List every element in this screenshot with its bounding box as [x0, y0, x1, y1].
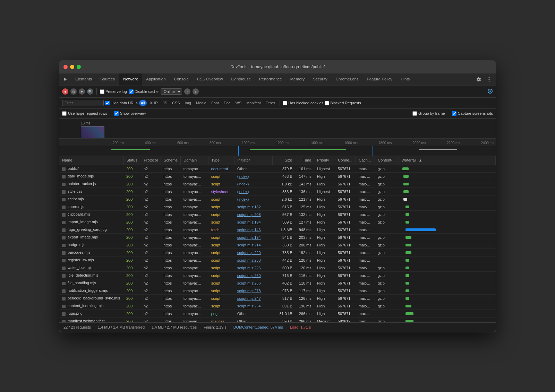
table-row[interactable]: public/ 200 h2 https tomayac... document… [59, 165, 496, 173]
cell-initiator[interactable]: script.mjs:194 [234, 218, 273, 226]
cell-initiator[interactable]: script.mjs:146 [234, 226, 273, 234]
cell-initiator[interactable]: (index) [234, 195, 273, 203]
cell-initiator[interactable]: script.mjs:194 [234, 234, 273, 241]
cursor-icon[interactable] [61, 73, 71, 86]
tab-sources[interactable]: Sources [96, 73, 119, 86]
capture-screenshots-label[interactable]: Capture screenshots [452, 111, 493, 116]
filter-input[interactable] [62, 100, 104, 106]
capture-screenshots-checkbox[interactable] [452, 111, 456, 116]
import-button[interactable]: ↑ [184, 88, 190, 95]
cell-initiator[interactable]: (index) [234, 173, 273, 180]
disable-cache-label[interactable]: Disable cache [129, 89, 159, 94]
table-row[interactable]: periodic_background_sync.mjs 200 h2 http… [59, 295, 496, 302]
preserve-log-checkbox[interactable] [100, 89, 104, 94]
tab-security[interactable]: Security [309, 73, 332, 86]
filter-tag-xhr[interactable]: XHR [148, 100, 160, 106]
cell-initiator[interactable]: (index) [234, 188, 273, 195]
th-content[interactable]: Content-... [375, 156, 399, 165]
clear-button[interactable]: ⊘ [70, 88, 77, 95]
more-options-icon[interactable] [484, 77, 494, 82]
th-connection[interactable]: Conne... [335, 156, 356, 165]
th-type[interactable]: Type [208, 156, 234, 165]
table-row[interactable]: manifest.webmanifest 200 h2 https tomaya… [59, 317, 496, 322]
filter-tag-img[interactable]: Img [183, 100, 193, 106]
hide-data-urls-label[interactable]: Hide data URLs [105, 101, 138, 105]
maximize-button[interactable] [77, 65, 81, 69]
filter-toggle-button[interactable]: ▼ [79, 88, 85, 95]
table-row[interactable]: file_handling.mjs 200 h2 https tomayac..… [59, 279, 496, 287]
tab-memory[interactable]: Memory [286, 73, 309, 86]
group-by-frame-checkbox[interactable] [412, 111, 417, 116]
table-row[interactable]: style.css 200 h2 https tomayac... styles… [59, 188, 496, 195]
minimize-button[interactable] [70, 65, 74, 69]
th-size[interactable]: Size [273, 156, 295, 165]
disable-cache-checkbox[interactable] [129, 89, 134, 94]
filter-tag-other[interactable]: Other [264, 100, 277, 106]
settings-icon[interactable] [473, 77, 484, 82]
table-row[interactable]: clipboard.mjs 200 h2 https tomayac... sc… [59, 211, 496, 218]
close-button[interactable] [63, 65, 68, 69]
table-row[interactable]: fugu_greeting_card.jpg 200 h2 https toma… [59, 226, 496, 234]
filter-tag-all[interactable]: All [139, 100, 147, 106]
preserve-log-label[interactable]: Preserve log [100, 89, 127, 94]
tab-css-overview[interactable]: CSS Overview [193, 73, 227, 86]
has-blocked-cookies-checkbox[interactable] [283, 101, 287, 105]
group-by-frame-label[interactable]: Group by frame [412, 111, 445, 116]
th-scheme[interactable]: Scheme [161, 156, 180, 165]
table-row[interactable]: fugu.png 200 h2 https tomayac... png Oth… [59, 310, 496, 317]
stop-recording-button[interactable]: ● [62, 88, 68, 95]
cell-initiator[interactable]: script.mjs:247 [234, 295, 273, 302]
table-row[interactable]: pointer-tracker.js 200 h2 https tomayac.… [59, 180, 496, 188]
tab-lighthouse[interactable]: Lighthouse [227, 73, 255, 86]
cell-initiator[interactable]: script.mjs:260 [234, 272, 273, 279]
cell-initiator[interactable]: script.mjs:226 [234, 264, 273, 272]
table-row[interactable]: content_indexing.mjs 200 h2 https tomaya… [59, 302, 496, 310]
cell-initiator[interactable]: script.mjs:233 [234, 256, 273, 264]
th-time[interactable]: Time [295, 156, 314, 165]
cell-initiator[interactable]: script.mjs:220 [234, 249, 273, 256]
th-initiator[interactable]: Initiator [234, 156, 273, 165]
blocked-requests-label[interactable]: Blocked Requests [325, 101, 361, 105]
filter-tag-js[interactable]: JS [161, 100, 169, 106]
tab-network[interactable]: Network [119, 73, 142, 86]
blocked-requests-checkbox[interactable] [325, 101, 329, 105]
table-row[interactable]: barcodes.mjs 200 h2 https tomayac... scr… [59, 249, 496, 256]
th-priority[interactable]: Priority [314, 156, 335, 165]
table-row[interactable]: wake_lock.mjs 200 h2 https tomayac... sc… [59, 264, 496, 272]
cell-initiator[interactable]: (index) [234, 180, 273, 188]
th-status[interactable]: Status [123, 156, 141, 165]
show-overview-checkbox[interactable] [114, 111, 119, 116]
filter-tag-manifest[interactable]: Manifest [245, 100, 263, 106]
th-domain[interactable]: Domain [181, 156, 208, 165]
tab-chromelens[interactable]: ChromeLens [332, 73, 363, 86]
cell-initiator[interactable]: script.mjs:266 [234, 279, 273, 287]
cell-initiator[interactable]: script.mjs:278 [234, 287, 273, 295]
large-rows-checkbox[interactable] [62, 111, 67, 116]
filter-tag-media[interactable]: Media [194, 100, 208, 106]
table-row[interactable]: register_sw.mjs 200 h2 https tomayac... … [59, 256, 496, 264]
cell-initiator[interactable]: script.mjs:208 [234, 211, 273, 218]
show-overview-label[interactable]: Show overview [114, 111, 146, 116]
table-row[interactable]: share.mjs 200 h2 https tomayac... script… [59, 203, 496, 211]
table-row[interactable]: export_image.mjs 200 h2 https tomayac...… [59, 234, 496, 241]
th-protocol[interactable]: Protocol [141, 156, 161, 165]
tab-hints[interactable]: Hints [396, 73, 414, 86]
throttle-select[interactable]: Online [161, 88, 182, 95]
network-conditions-icon[interactable] [487, 88, 493, 94]
export-button[interactable]: ↓ [193, 88, 199, 95]
filter-tag-doc[interactable]: Doc [222, 100, 232, 106]
filter-tag-font[interactable]: Font [210, 100, 221, 106]
tab-application[interactable]: Application [142, 73, 170, 86]
table-row[interactable]: script.mjs 200 h2 https tomayac... scrip… [59, 195, 496, 203]
filter-tag-ws[interactable]: WS [233, 100, 243, 106]
table-row[interactable]: badge.mjs 200 h2 https tomayac... script… [59, 241, 496, 249]
filter-tag-css[interactable]: CSS [170, 100, 182, 106]
search-button[interactable]: 🔍 [87, 88, 93, 95]
hide-data-urls-checkbox[interactable] [105, 101, 110, 105]
tab-elements[interactable]: Elements [71, 73, 96, 86]
table-row[interactable]: import_image.mjs 200 h2 https tomayac...… [59, 218, 496, 226]
table-row[interactable]: notification_triggers.mjs 200 h2 https t… [59, 287, 496, 295]
large-rows-label[interactable]: Use large request rows [62, 111, 107, 116]
cell-initiator[interactable]: script.mjs:214 [234, 241, 273, 249]
cell-initiator[interactable]: script.mjs:254 [234, 302, 273, 310]
